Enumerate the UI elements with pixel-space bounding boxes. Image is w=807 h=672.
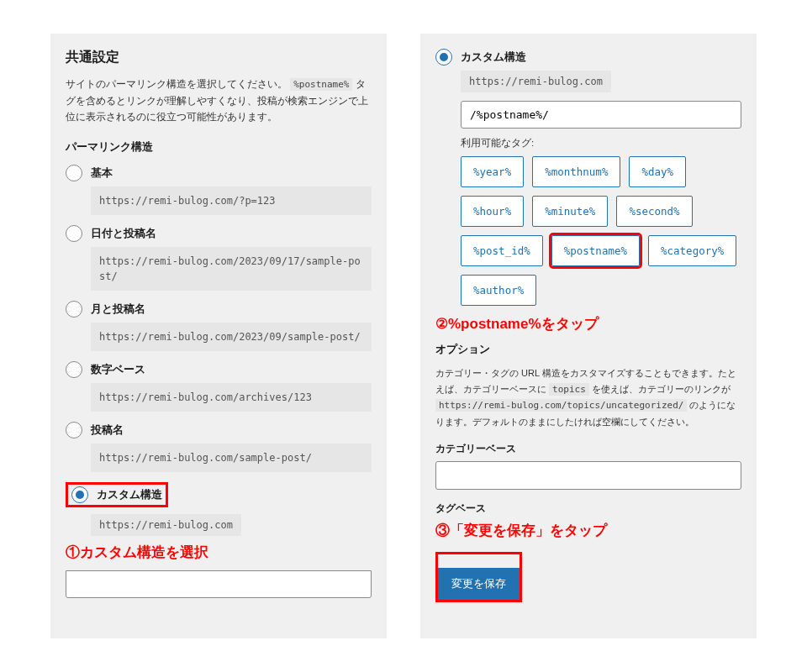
annotation-step-3: ③「変更を保存」をタップ (435, 521, 741, 540)
radio-label: 数字ベース (91, 362, 145, 377)
custom-permalink-input-partial[interactable] (66, 570, 372, 598)
radio-option-custom-right[interactable]: カスタム構造 (435, 49, 741, 66)
option-desc: カテゴリー・タグの URL 構造をカスタマイズすることもできます。たとえば、カテ… (435, 365, 741, 430)
highlight-save-button: 変更を保存 (435, 552, 522, 602)
example-url-postname: https://remi-bulog.com/sample-post/ (91, 444, 372, 472)
radio-label: 月と投稿名 (91, 302, 145, 317)
radio-option-custom[interactable]: カスタム構造 (71, 486, 162, 503)
annotation-step-1: ①カスタム構造を選択 (66, 543, 372, 562)
postname-tag-inline: %postname% (290, 78, 352, 91)
tag-second-button[interactable]: %second% (616, 196, 692, 227)
highlight-custom-structure: カスタム構造 (66, 482, 168, 507)
radio-label: 日付と投稿名 (91, 226, 156, 241)
example-url-day-name: https://remi-bulog.com/2023/09/17/sample… (91, 247, 372, 291)
tag-day-button[interactable]: %day% (629, 156, 686, 187)
radio-icon (66, 361, 82, 378)
category-base-label: カテゴリーベース (435, 442, 741, 456)
radio-label: カスタム構造 (97, 487, 162, 502)
example-url-plain: https://remi-bulog.com/?p=123 (91, 186, 372, 215)
radio-icon-checked (435, 49, 452, 66)
tag-base-label: タグベース (435, 501, 741, 516)
tag-postid-button[interactable]: %post_id% (461, 235, 543, 266)
available-tags-label: 利用可能なタグ: (461, 137, 741, 150)
radio-icon (66, 225, 82, 242)
radio-option-numeric[interactable]: 数字ベース (66, 361, 372, 378)
common-settings-desc: サイトのパーマリンク構造を選択してください。 %postname% タグを含める… (66, 76, 372, 126)
tag-author-button[interactable]: %author% (461, 275, 536, 306)
tag-hour-button[interactable]: %hour% (461, 196, 524, 227)
common-settings-title: 共通設定 (66, 49, 372, 66)
tag-year-button[interactable]: %year% (461, 156, 524, 187)
permalink-settings-left: 共通設定 サイトのパーマリンク構造を選択してください。 %postname% タ… (50, 34, 387, 638)
permalink-settings-right: カスタム構造 https://remi-bulog.com 利用可能なタグ: %… (420, 34, 757, 638)
custom-base-url-right: https://remi-bulog.com (461, 71, 611, 92)
tag-monthnum-button[interactable]: %monthnum% (532, 156, 620, 187)
custom-permalink-input[interactable] (461, 101, 741, 129)
radio-icon (66, 422, 82, 438)
permalink-structure-title: パーマリンク構造 (66, 139, 372, 155)
custom-base-url: https://remi-bulog.com (91, 514, 241, 536)
radio-label: カスタム構造 (461, 50, 526, 65)
radio-option-day-name[interactable]: 日付と投稿名 (66, 225, 372, 242)
save-changes-button[interactable]: 変更を保存 (438, 568, 520, 600)
example-url-numeric: https://remi-bulog.com/archives/123 (91, 383, 372, 412)
radio-icon (66, 165, 82, 181)
radio-icon (66, 301, 82, 318)
radio-label: 基本 (91, 165, 113, 181)
category-base-input[interactable] (435, 461, 741, 490)
tag-postname-button[interactable]: %postname% (551, 235, 640, 266)
tag-minute-button[interactable]: %minute% (532, 196, 608, 227)
radio-option-postname[interactable]: 投稿名 (66, 422, 372, 438)
example-url-month-name: https://remi-bulog.com/2023/09/sample-po… (91, 323, 372, 351)
tag-category-button[interactable]: %category% (648, 235, 736, 266)
radio-option-plain[interactable]: 基本 (66, 165, 372, 181)
annotation-step-2: ②%postname%をタップ (435, 314, 741, 333)
available-tags-grid: %year% %monthnum% %day% %hour% %minute% … (461, 156, 741, 306)
option-section-title: オプション (435, 342, 741, 357)
radio-icon-checked (71, 486, 88, 503)
radio-label: 投稿名 (91, 423, 124, 438)
radio-option-month-name[interactable]: 月と投稿名 (66, 301, 372, 318)
